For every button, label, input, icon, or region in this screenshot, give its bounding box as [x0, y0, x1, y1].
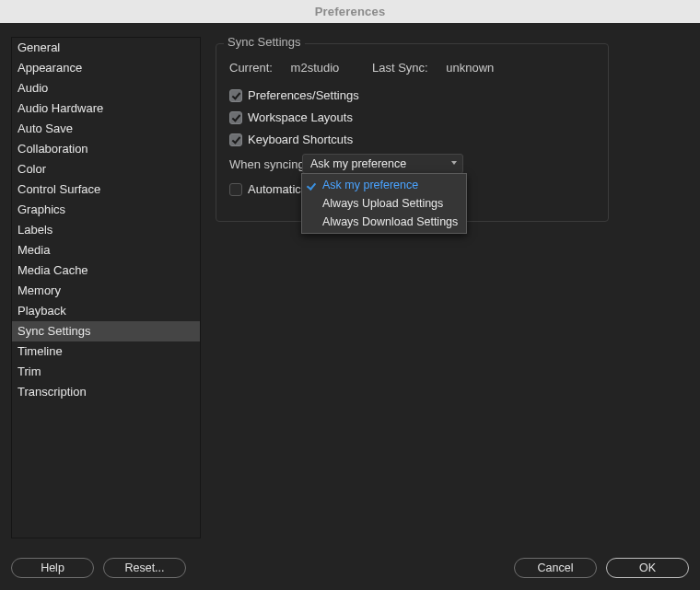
- sidebar: GeneralAppearanceAudioAudio HardwareAuto…: [11, 37, 201, 538]
- reset-button[interactable]: Reset...: [103, 558, 186, 578]
- checkbox-workspace[interactable]: [229, 111, 242, 124]
- sidebar-item[interactable]: Memory: [12, 281, 200, 301]
- sidebar-item[interactable]: Sync Settings: [12, 321, 200, 341]
- sidebar-item[interactable]: Audio Hardware: [12, 98, 200, 119]
- when-syncing-value: Ask my preference: [310, 157, 406, 170]
- when-syncing-option[interactable]: Ask my preference: [302, 176, 466, 194]
- last-sync-value: unknown: [446, 61, 494, 75]
- chevron-down-icon: [451, 161, 457, 165]
- checkbox-keyboard-label: Keyboard Shortcuts: [248, 133, 353, 146]
- sidebar-item[interactable]: Labels: [12, 220, 200, 240]
- checkbox-row-keyboard[interactable]: Keyboard Shortcuts: [229, 133, 353, 146]
- sidebar-item[interactable]: Auto Save: [12, 119, 200, 139]
- when-syncing-label: When syncing:: [229, 157, 308, 171]
- checkbox-workspace-label: Workspace Layouts: [248, 110, 353, 124]
- checkbox-prefs-label: Preferences/Settings: [248, 88, 359, 102]
- sidebar-item[interactable]: Control Surface: [12, 179, 200, 200]
- last-sync-label: Last Sync:: [372, 61, 428, 75]
- current-value: m2studio: [291, 61, 340, 75]
- checkbox-prefs[interactable]: [229, 89, 242, 102]
- checkbox-row-workspace[interactable]: Workspace Layouts: [229, 110, 353, 124]
- sidebar-item[interactable]: Timeline: [12, 341, 200, 362]
- checkbox-row-prefs[interactable]: Preferences/Settings: [229, 88, 359, 102]
- sidebar-item[interactable]: Color: [12, 159, 200, 179]
- ok-button[interactable]: OK: [606, 558, 689, 578]
- checkbox-auto[interactable]: [229, 183, 242, 196]
- panel-legend: Sync Settings: [224, 35, 305, 49]
- current-label: Current:: [229, 61, 273, 75]
- sidebar-item[interactable]: Collaboration: [12, 139, 200, 159]
- cancel-button[interactable]: Cancel: [514, 558, 597, 578]
- help-button[interactable]: Help: [11, 558, 94, 578]
- sync-info-row: Current: m2studio Last Sync: unknown: [229, 61, 523, 75]
- window-title: Preferences: [315, 5, 386, 18]
- checkbox-keyboard[interactable]: [229, 133, 242, 146]
- sidebar-item[interactable]: Audio: [12, 78, 200, 98]
- window-titlebar: Preferences: [0, 0, 700, 24]
- sidebar-item[interactable]: General: [12, 38, 200, 58]
- sidebar-item[interactable]: Graphics: [12, 200, 200, 220]
- sidebar-item[interactable]: Trim: [12, 362, 200, 382]
- when-syncing-dropdown[interactable]: Ask my preference: [302, 154, 463, 174]
- sidebar-item[interactable]: Media: [12, 240, 200, 260]
- when-syncing-option[interactable]: Always Download Settings: [302, 213, 466, 231]
- when-syncing-menu[interactable]: Ask my preferenceAlways Upload SettingsA…: [301, 173, 467, 234]
- preferences-panel: GeneralAppearanceAudioAudio HardwareAuto…: [0, 23, 700, 590]
- sidebar-item[interactable]: Transcription: [12, 382, 200, 402]
- sidebar-item[interactable]: Appearance: [12, 58, 200, 78]
- when-syncing-option[interactable]: Always Upload Settings: [302, 194, 466, 213]
- sidebar-item[interactable]: Media Cache: [12, 260, 200, 281]
- sidebar-item[interactable]: Playback: [12, 301, 200, 321]
